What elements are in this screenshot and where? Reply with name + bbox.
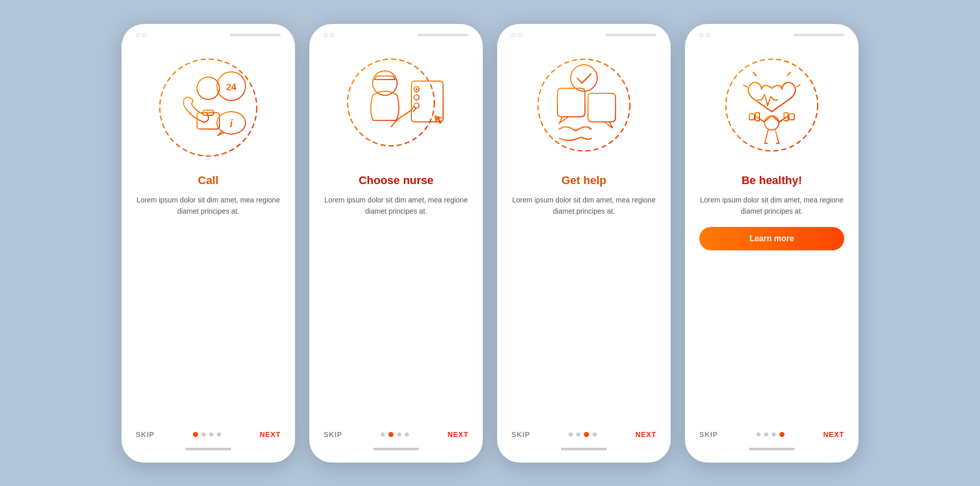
phone-3-nav: SKIP NEXT [511,430,656,439]
phone-4-desc: Lorem ipsum dolor sit dim amet, mea regi… [699,194,844,217]
phone-2-svg [340,52,452,164]
phone-4-illustration [716,52,828,164]
phone-4-skip[interactable]: SKIP [699,430,718,439]
svg-line-41 [743,85,747,87]
phone-4-nav-dot-2 [764,432,768,437]
phone-4-footer: SKIP NEXT [685,430,859,463]
phone-2-next[interactable]: NEXT [448,430,469,439]
svg-point-19 [415,88,418,90]
phone-2-illustration [340,52,452,164]
phone-1-home-bar [185,448,231,450]
phone-3-nav-dot-4 [593,432,597,437]
phone-3-next[interactable]: NEXT [635,430,656,439]
phone-1-title: Call [198,174,218,187]
phone-4-content: Be healthy! Lorem ipsum dolor sit dim am… [685,169,859,430]
phone-2-bar [418,34,469,36]
phone-4-dot-2 [706,33,710,37]
phone-3-bar [605,34,656,36]
phone-3-status [511,33,656,37]
phone-2-desc: Lorem ipsum dolor sit dim amet, mea regi… [324,194,469,217]
phone-2-skip[interactable]: SKIP [324,430,342,439]
phone-4-nav: SKIP NEXT [699,430,844,439]
phone-4-next[interactable]: NEXT [823,430,844,439]
phone-1-dot-2 [142,33,146,37]
phone-4-nav-dot-4 [779,432,785,437]
svg-text:24: 24 [226,82,236,92]
phone-3-skip[interactable]: SKIP [511,430,530,439]
phone-2-content: Choose nurse Lorem ipsum dolor sit dim a… [309,169,483,430]
svg-point-29 [571,65,597,91]
svg-point-42 [765,116,779,130]
svg-point-0 [160,59,257,156]
phone-3-footer: SKIP NEXT [497,430,671,463]
phone-3-dot-2 [518,33,522,37]
phone-3-top [497,24,671,42]
svg-point-21 [414,103,419,108]
phone-4-top [685,24,859,42]
phone-4: Be healthy! Lorem ipsum dolor sit dim am… [685,24,859,463]
phone-2-dot-2 [330,33,334,37]
phone-3-home-bar [561,448,607,450]
phone-1-dots [136,33,146,37]
svg-line-39 [753,72,756,76]
phone-1-skip[interactable]: SKIP [136,430,155,439]
phone-1-svg: 24 i [152,52,264,164]
phone-2-nav: SKIP NEXT [324,430,469,439]
svg-line-38 [787,72,791,76]
phone-1: 24 i Call Lorem ipsum dolor [121,24,295,463]
phone-1-content: Call Lorem ipsum dolor sit dim amet, mea… [121,169,295,430]
phone-2: Choose nurse Lorem ipsum dolor sit dim a… [309,24,483,463]
phone-1-desc: Lorem ipsum dolor sit dim amet, mea regi… [136,194,281,217]
phone-2-status [324,33,469,37]
phone-2-top [309,24,483,42]
learn-more-button[interactable]: Learn more [699,227,844,250]
phone-1-dot-1 [136,33,140,37]
phone-3-nav-dot-3 [584,432,589,437]
phone-3-dots [511,33,522,37]
phone-2-footer: SKIP NEXT [309,430,483,463]
phone-2-nav-dots [381,432,409,437]
phone-2-nav-dot-4 [405,432,409,437]
phone-2-title: Choose nurse [359,174,434,187]
phone-3-dot-1 [511,33,516,37]
phone-1-footer: SKIP NEXT [121,430,295,463]
phone-3-illustration [528,52,640,164]
phone-4-nav-dot-3 [772,432,776,437]
phone-4-title: Be healthy! [742,174,802,187]
phone-1-next[interactable]: NEXT [260,430,281,439]
phone-2-nav-dot-3 [397,432,401,437]
phone-2-nav-dot-1 [381,432,385,437]
phone-1-nav-dot-4 [217,432,221,437]
phone-3: Get help Lorem ipsum dolor sit dim amet,… [497,24,671,463]
phone-3-content: Get help Lorem ipsum dolor sit dim amet,… [497,169,671,430]
phone-1-status [136,33,281,37]
phone-1-bar [230,34,281,36]
phone-4-status [699,33,844,37]
phone-2-home-bar [373,448,419,450]
svg-text:i: i [230,118,233,129]
phone-3-title: Get help [561,174,606,187]
phone-1-nav-dot-2 [202,432,206,437]
phone-3-nav-dots [569,432,597,437]
phone-2-dots [324,33,334,37]
phone-3-nav-dot-2 [576,432,580,437]
svg-line-40 [796,85,800,87]
phone-1-illustration: 24 i [152,52,264,164]
phone-1-nav-dots [193,432,221,437]
phone-4-dot-1 [699,33,703,37]
phone-3-desc: Lorem ipsum dolor sit dim amet, mea regi… [511,194,656,217]
phone-4-nav-dot-1 [756,432,761,437]
phone-4-svg [716,52,828,164]
phone-4-home-bar [749,448,795,450]
svg-point-20 [414,95,419,100]
phone-1-top [121,24,295,42]
phone-3-nav-dot-1 [569,432,573,437]
phone-1-nav-dot-3 [209,432,213,437]
phones-container: 24 i Call Lorem ipsum dolor [121,24,859,463]
phone-3-svg [528,52,640,164]
svg-point-36 [726,59,818,151]
phone-4-dots [699,33,710,37]
phone-2-dot-1 [324,33,328,37]
phone-1-nav: SKIP NEXT [136,430,281,439]
phone-4-nav-dots [756,432,785,437]
